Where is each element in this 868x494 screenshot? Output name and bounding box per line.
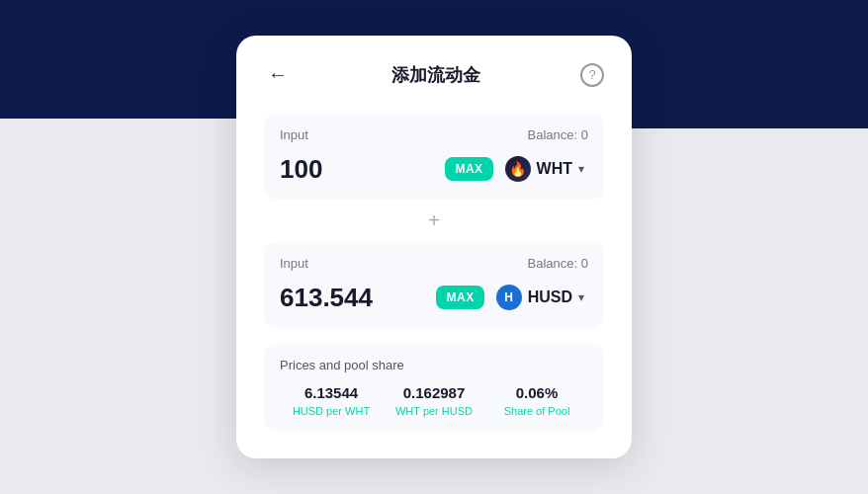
input2-token-name: HUSD: [528, 288, 572, 306]
plus-divider: +: [264, 200, 604, 242]
price-label-0: HUSD per WHT: [280, 405, 383, 417]
price-item-0: 6.13544 HUSD per WHT: [280, 384, 383, 417]
input1-max-button[interactable]: MAX: [445, 157, 492, 181]
input-section-1: Input Balance: 0 100 MAX 🔥 WHT ▾: [264, 114, 604, 200]
price-value-1: 0.162987: [383, 384, 485, 401]
input1-token-name: WHT: [537, 160, 572, 178]
input1-balance: Balance: 0: [528, 127, 588, 142]
card-header: ← 添加流动金 ?: [264, 59, 604, 90]
prices-grid: 6.13544 HUSD per WHT 0.162987 WHT per HU…: [280, 384, 588, 417]
input1-value-row: 100 MAX 🔥 WHT ▾: [280, 152, 588, 186]
input1-chevron-icon: ▾: [578, 162, 584, 176]
input2-value[interactable]: 613.544: [280, 283, 373, 313]
input-section-2: Input Balance: 0 613.544 MAX H HUSD ▾: [264, 242, 604, 328]
input2-chevron-icon: ▾: [578, 290, 584, 304]
input2-max-button[interactable]: MAX: [436, 286, 483, 309]
price-item-2: 0.06% Share of Pool: [485, 384, 588, 417]
prices-title: Prices and pool share: [280, 358, 588, 372]
input2-value-row: 613.544 MAX H HUSD ▾: [280, 281, 588, 314]
husd-icon: H: [496, 285, 522, 310]
input1-label-row: Input Balance: 0: [280, 127, 588, 142]
price-label-2: Share of Pool: [485, 405, 588, 417]
help-button[interactable]: ?: [580, 63, 604, 87]
price-label-1: WHT per HUSD: [383, 405, 485, 417]
input2-balance: Balance: 0: [528, 256, 588, 271]
input2-token-selector[interactable]: H HUSD ▾: [492, 281, 588, 314]
input2-label: Input: [280, 256, 308, 271]
back-button[interactable]: ←: [264, 59, 292, 90]
price-item-1: 0.162987 WHT per HUSD: [383, 384, 485, 417]
input1-controls: MAX 🔥 WHT ▾: [445, 152, 588, 186]
price-value-0: 6.13544: [280, 384, 383, 401]
input2-controls: MAX H HUSD ▾: [436, 281, 588, 314]
page-title: 添加流动金: [391, 63, 480, 87]
wht-icon: 🔥: [505, 156, 531, 182]
prices-section: Prices and pool share 6.13544 HUSD per W…: [264, 344, 604, 431]
main-card: ← 添加流动金 ? Input Balance: 0 100 MAX 🔥 WHT…: [236, 36, 632, 458]
input1-value[interactable]: 100: [280, 154, 322, 185]
input1-token-selector[interactable]: 🔥 WHT ▾: [501, 152, 588, 186]
price-value-2: 0.06%: [485, 384, 588, 401]
input1-label: Input: [280, 127, 308, 142]
input2-label-row: Input Balance: 0: [280, 256, 588, 271]
